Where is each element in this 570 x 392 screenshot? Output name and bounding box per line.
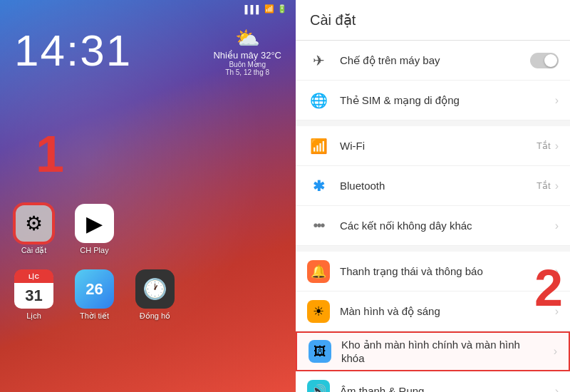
- wallpaper-chevron-icon: ›: [554, 345, 557, 358]
- play-icon: ▶: [86, 211, 103, 236]
- signal-icon: ▌▌▌: [245, 5, 261, 14]
- notification-chevron: ›: [555, 265, 559, 278]
- battery-icon: 🔋: [277, 4, 287, 14]
- wallpaper-label-line1: Kho ảnh màn hình chính và màn hình: [341, 338, 554, 352]
- calendar-app-label: Lịch: [26, 311, 41, 321]
- airplane-toggle-switch[interactable]: [530, 53, 559, 68]
- app-item-chplay[interactable]: ▶ CH Play: [71, 204, 118, 255]
- wifi-status-text: Tắt: [537, 140, 551, 151]
- step-number-1: 1: [36, 128, 64, 180]
- settings-title: Cài đặt: [296, 0, 570, 41]
- bluetooth-icon: ✱: [307, 175, 330, 197]
- bluetooth-status: Tắt ›: [537, 180, 559, 192]
- app-grid: ⚙ Cài đặt ▶ CH Play LỊC 31 Lịch: [0, 204, 296, 335]
- connections-chevron: ›: [555, 220, 559, 232]
- display-chevron: ›: [555, 305, 559, 318]
- sound-chevron-icon: ›: [555, 385, 559, 393]
- wallpaper-chevron: ›: [554, 345, 557, 358]
- weather-app-number: 26: [86, 280, 103, 299]
- wifi-chevron-icon: ›: [555, 140, 559, 153]
- sim-label: Thẻ SIM & mạng di động: [340, 94, 555, 107]
- display-chevron-icon: ›: [555, 305, 559, 318]
- display-icon: ☀: [307, 300, 330, 323]
- settings-list: ✈ Chế độ trên máy bay 🌐 Thẻ SIM & mạng d…: [296, 41, 570, 392]
- weather-date: Th 5, 12 thg 8: [213, 68, 281, 76]
- divider-2: [296, 246, 570, 252]
- gear-icon: ⚙: [25, 212, 43, 235]
- connections-icon: •••: [307, 215, 330, 237]
- notification-icon: 🔔: [307, 260, 330, 283]
- settings-item-notification[interactable]: 🔔 Thanh trạng thái và thông báo ›: [296, 252, 570, 292]
- wifi-icon: 📶: [307, 135, 330, 158]
- app-row-1: ⚙ Cài đặt ▶ CH Play: [11, 204, 285, 255]
- status-icons: ▌▌▌ 📶 🔋: [245, 4, 287, 14]
- settings-item-sound[interactable]: 🔊 Âm thanh & Rung ›: [296, 371, 570, 392]
- chplay-app-label: CH Play: [80, 246, 108, 254]
- wallpaper-icon: 🖼: [309, 340, 331, 363]
- weather-temp: Nhiều mây 32°C: [213, 50, 281, 61]
- app-item-clock[interactable]: 🕐 Đồng hồ: [132, 269, 178, 321]
- notification-chevron-icon: ›: [555, 265, 559, 278]
- app-row-2: LỊC 31 Lịch 26 Thời tiết 🕐 Đồng hồ: [11, 269, 285, 321]
- calendar-app-icon: LỊC 31: [14, 269, 53, 309]
- sound-chevron: ›: [555, 385, 559, 393]
- clock-icon: 🕐: [142, 277, 167, 301]
- settings-item-display[interactable]: ☀ Màn hình và độ sáng ›: [296, 292, 570, 331]
- wallpaper-text-wrap: Kho ảnh màn hình chính và màn hình khóa: [341, 338, 554, 366]
- sim-icon: 🌐: [307, 89, 330, 112]
- weather-app-label: Thời tiết: [80, 311, 109, 321]
- notification-label: Thanh trạng thái và thông báo: [340, 265, 555, 278]
- connections-label: Các kết nối không dây khác: [340, 220, 555, 232]
- wallpaper-label-line2: khóa: [341, 351, 554, 366]
- settings-item-wallpaper[interactable]: 🖼 Kho ảnh màn hình chính và màn hình khó…: [296, 331, 570, 371]
- bluetooth-label: Bluetooth: [340, 180, 537, 192]
- settings-app-icon: ⚙: [14, 204, 53, 243]
- weather-app-icon: 26: [75, 269, 114, 309]
- bluetooth-chevron-icon: ›: [555, 180, 559, 192]
- chplay-app-icon: ▶: [75, 204, 114, 243]
- settings-panel: Cài đặt ✈ Chế độ trên máy bay 🌐 Thẻ SIM …: [296, 0, 570, 392]
- settings-item-bluetooth[interactable]: ✱ Bluetooth Tắt ›: [296, 166, 570, 206]
- app-item-weather[interactable]: 26 Thời tiết: [71, 269, 118, 321]
- weather-widget: ⛅ Nhiều mây 32°C Buôn Mờng Th 5, 12 thg …: [213, 29, 281, 76]
- clock-app-icon: 🕐: [135, 269, 175, 309]
- settings-item-connections[interactable]: ••• Các kết nối không dây khác ›: [296, 206, 570, 246]
- wifi-status: Tắt ›: [537, 140, 559, 153]
- app-item-calendar[interactable]: LỊC 31 Lịch: [11, 269, 57, 321]
- homescreen-panel: ▌▌▌ 📶 🔋 14:31 ⛅ Nhiều mây 32°C Buôn Mờng…: [0, 0, 296, 392]
- weather-desc: Buôn Mờng: [213, 61, 281, 68]
- connections-chevron-icon: ›: [555, 220, 559, 232]
- app-item-settings[interactable]: ⚙ Cài đặt: [11, 204, 57, 255]
- settings-item-wifi[interactable]: 📶 Wi-Fi Tắt ›: [296, 126, 570, 166]
- sound-label: Âm thanh & Rung: [340, 385, 555, 392]
- divider-1: [296, 120, 570, 126]
- clock-app-label: Đồng hồ: [140, 311, 170, 321]
- sound-icon: 🔊: [307, 380, 330, 393]
- wifi-status-icon: 📶: [264, 4, 274, 14]
- settings-app-label: Cài đặt: [21, 246, 47, 255]
- airplane-label: Chế độ trên máy bay: [340, 54, 530, 67]
- airplane-toggle[interactable]: [530, 53, 559, 68]
- status-bar: ▌▌▌ 📶 🔋: [0, 0, 296, 18]
- calendar-number: 31: [25, 287, 42, 305]
- settings-item-airplane[interactable]: ✈ Chế độ trên máy bay: [296, 41, 570, 81]
- sim-chevron: ›: [555, 94, 559, 107]
- bluetooth-status-text: Tắt: [537, 180, 551, 191]
- display-label: Màn hình và độ sáng: [340, 305, 555, 318]
- wifi-label: Wi-Fi: [340, 140, 537, 152]
- airplane-icon: ✈: [307, 49, 330, 72]
- settings-item-sim[interactable]: 🌐 Thẻ SIM & mạng di động ›: [296, 81, 570, 120]
- chevron-icon: ›: [555, 94, 559, 107]
- weather-icon: ⛅: [213, 29, 281, 48]
